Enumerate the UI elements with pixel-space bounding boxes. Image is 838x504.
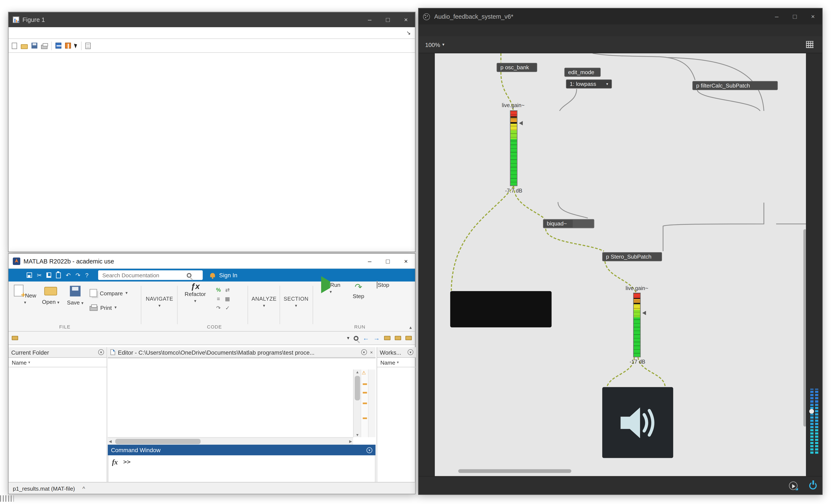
- meter-knob[interactable]: [809, 409, 814, 414]
- editor-vscrollbar[interactable]: ▲ ▼: [353, 370, 360, 437]
- gain1-slider[interactable]: [510, 110, 517, 186]
- minimize-icon[interactable]: –: [360, 16, 379, 23]
- object-filter-calc-subpatch[interactable]: p filterCalc_SubPatch: [692, 81, 778, 90]
- paste-icon[interactable]: [56, 272, 61, 278]
- forward-icon[interactable]: →: [374, 334, 380, 342]
- waveform-display[interactable]: [450, 291, 552, 327]
- wrap-icon[interactable]: ≡: [214, 296, 222, 304]
- speaker-output[interactable]: [602, 387, 673, 458]
- property-editor-icon[interactable]: [65, 43, 71, 49]
- open-icon[interactable]: [21, 44, 28, 49]
- browse-folder-icon[interactable]: [384, 336, 391, 340]
- print-button[interactable]: Print ▾: [90, 304, 117, 311]
- panel-menu-icon[interactable]: ▾: [367, 447, 372, 453]
- plot-browser-icon[interactable]: [55, 43, 61, 49]
- notes-icon[interactable]: [85, 42, 91, 49]
- help-icon[interactable]: ?: [85, 272, 88, 278]
- save-icon[interactable]: [32, 43, 37, 49]
- editor-header[interactable]: Editor - C:\Users\tomco\OneDrive\Documen…: [108, 347, 376, 358]
- run-patch-icon[interactable]: [789, 481, 797, 490]
- indent-icon[interactable]: ⇄: [224, 287, 232, 295]
- gain2-slider[interactable]: [633, 293, 641, 357]
- cursor-icon[interactable]: [74, 43, 78, 48]
- compare-button[interactable]: Compare ▾: [90, 289, 128, 297]
- object-grid-icon[interactable]: [806, 41, 814, 48]
- workspace-name-column[interactable]: Name ▾: [377, 358, 416, 367]
- minimize-icon[interactable]: –: [360, 257, 379, 265]
- fx-icon[interactable]: fx: [112, 458, 118, 466]
- editor-hscrollbar[interactable]: ◀ ▶: [108, 437, 353, 445]
- refactor-button[interactable]: ƒx Refactor▾: [181, 282, 209, 303]
- table-icon[interactable]: ▦: [224, 296, 232, 304]
- step-button[interactable]: ↷ Step: [348, 282, 369, 299]
- collapse-ribbon-icon[interactable]: ▴: [409, 325, 412, 330]
- filter-type-menu[interactable]: 1: lowpass ▾: [566, 79, 612, 89]
- command-window-body[interactable]: fx >>: [108, 455, 376, 483]
- message-indicator-bar[interactable]: ⚠: [360, 370, 368, 437]
- panel-menu-icon[interactable]: ▾: [361, 349, 367, 355]
- save-button[interactable]: Save ▾: [64, 282, 86, 306]
- object-edit-mode[interactable]: edit_mode: [565, 68, 601, 77]
- save-icon[interactable]: [26, 272, 32, 278]
- address-bar[interactable]: ▾ ← →: [8, 332, 415, 345]
- search-folder-icon[interactable]: [354, 336, 359, 341]
- open-button[interactable]: Open ▾: [39, 282, 62, 305]
- maximize-icon[interactable]: □: [379, 16, 397, 23]
- section-section[interactable]: SECTION ▾: [282, 295, 310, 308]
- back-icon[interactable]: ←: [363, 334, 369, 342]
- path-dropdown-icon[interactable]: ▾: [347, 335, 349, 341]
- expand-details-icon[interactable]: ^: [83, 485, 85, 491]
- minimize-icon[interactable]: –: [768, 13, 786, 20]
- matlab-titlebar[interactable]: MATLAB R2022b - academic use – □ ×: [8, 254, 415, 269]
- new-figure-icon[interactable]: [12, 42, 17, 49]
- new-folder-icon[interactable]: [395, 336, 401, 340]
- gain1-knob[interactable]: [519, 121, 523, 125]
- folder-actions-icon[interactable]: [405, 336, 412, 340]
- patcher-canvas[interactable]: p osc_bank edit_mode 1: lowpass ▾ p filt…: [435, 53, 807, 477]
- print-icon[interactable]: [41, 44, 48, 49]
- new-button[interactable]: New ▾: [14, 282, 36, 305]
- current-folder-header[interactable]: Current Folder ▾: [8, 347, 107, 358]
- stop-button[interactable]: Stop: [372, 282, 393, 288]
- max-titlebar[interactable]: Audio_feedback_system_v6* – □ ×: [419, 8, 822, 24]
- code-area[interactable]: [108, 370, 353, 437]
- folder-up-icon[interactable]: [12, 336, 18, 340]
- name-column-header[interactable]: Name ▾: [8, 358, 107, 367]
- output-level-meters[interactable]: [810, 389, 818, 454]
- search-icon[interactable]: [186, 273, 192, 278]
- workspace-header[interactable]: Works... ▾: [377, 347, 416, 358]
- navigate-section[interactable]: NAVIGATE ▾: [144, 295, 175, 308]
- figure-titlebar[interactable]: Figure 1 – □ ×: [8, 12, 415, 27]
- maximize-icon[interactable]: □: [786, 13, 804, 20]
- comment-icon[interactable]: %: [214, 287, 222, 295]
- gain2-knob[interactable]: [642, 311, 646, 315]
- analyze-section[interactable]: ANALYZE ▾: [250, 295, 279, 308]
- details-pane-grip[interactable]: [0, 495, 14, 502]
- object-biquad[interactable]: biquad~: [543, 219, 594, 228]
- dock-icon[interactable]: ↘: [406, 30, 411, 36]
- warning-icon[interactable]: ⚠: [362, 370, 366, 375]
- panel-menu-icon[interactable]: ▾: [98, 349, 104, 355]
- close-icon[interactable]: ×: [397, 257, 415, 265]
- command-window-header[interactable]: Command Window ▾: [108, 445, 376, 455]
- notification-bell-icon[interactable]: [210, 273, 215, 277]
- search-documentation-box[interactable]: [98, 270, 202, 280]
- search-input[interactable]: [101, 271, 186, 279]
- run-button[interactable]: Run▾: [319, 282, 342, 294]
- close-icon[interactable]: ×: [804, 13, 822, 20]
- code-tools[interactable]: % ⇄ ≡ ▦ ↷ ✓: [214, 287, 232, 313]
- zoom-control[interactable]: 100% ▾: [425, 41, 445, 48]
- redo-icon[interactable]: ↷: [75, 272, 81, 278]
- check-icon[interactable]: ✓: [224, 305, 232, 313]
- object-stero-subpatch[interactable]: p Stero_SubPatch: [602, 252, 662, 262]
- goto-icon[interactable]: ↷: [214, 305, 222, 313]
- canvas-hscrollbar[interactable]: [435, 469, 807, 473]
- undo-icon[interactable]: ↶: [66, 272, 71, 278]
- audio-power-icon[interactable]: [809, 482, 817, 489]
- sign-in-link[interactable]: Sign In: [219, 272, 237, 278]
- close-panel-icon[interactable]: ×: [370, 349, 373, 355]
- object-osc-bank[interactable]: p osc_bank: [497, 63, 537, 72]
- copy-icon[interactable]: [47, 272, 51, 278]
- close-icon[interactable]: ×: [397, 16, 415, 23]
- panel-menu-icon[interactable]: ▾: [408, 349, 413, 355]
